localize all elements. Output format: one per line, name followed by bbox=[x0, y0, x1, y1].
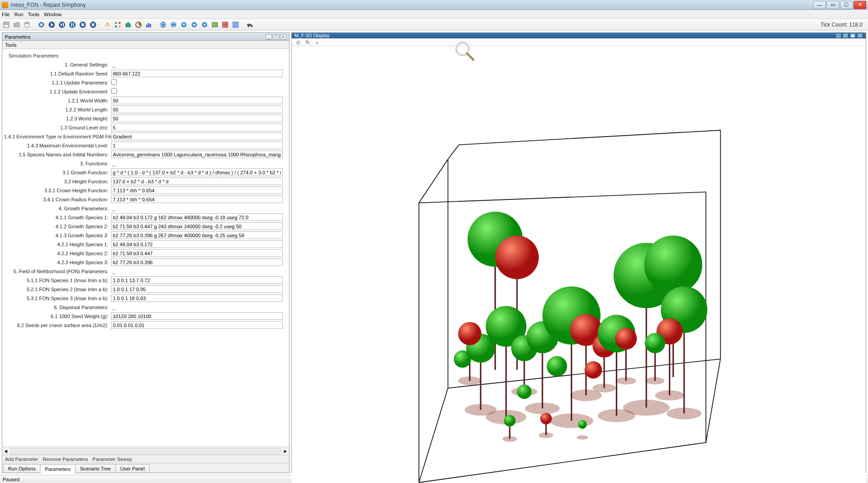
param-input[interactable] bbox=[111, 115, 283, 122]
param-input[interactable] bbox=[111, 276, 283, 284]
menu-file[interactable]: File bbox=[2, 12, 10, 17]
param-value[interactable] bbox=[111, 97, 283, 104]
param-input[interactable] bbox=[111, 177, 283, 185]
close-button[interactable]: ✕ bbox=[854, 1, 866, 9]
param-value[interactable] bbox=[111, 285, 283, 293]
param-input[interactable] bbox=[111, 213, 283, 221]
save-icon[interactable] bbox=[2, 20, 11, 29]
minimize-button[interactable]: — bbox=[813, 1, 826, 9]
param-value[interactable] bbox=[111, 249, 283, 257]
param-value[interactable] bbox=[111, 168, 283, 176]
horizontal-scrollbar[interactable]: ◄ ► bbox=[2, 447, 289, 455]
param-value[interactable] bbox=[111, 124, 283, 131]
parameter-sweep-link[interactable]: Parameter Sweep bbox=[93, 456, 132, 462]
reset-icon[interactable] bbox=[89, 20, 98, 29]
param-input[interactable] bbox=[111, 124, 283, 131]
param-value[interactable] bbox=[111, 115, 283, 122]
data-set-icon[interactable] bbox=[113, 20, 122, 29]
histogram-icon[interactable] bbox=[144, 20, 153, 29]
param-input[interactable] bbox=[111, 294, 283, 302]
param-input[interactable] bbox=[111, 142, 283, 149]
param-value[interactable] bbox=[111, 79, 283, 86]
image-icon[interactable] bbox=[210, 20, 219, 29]
param-value[interactable] bbox=[111, 312, 283, 320]
param-value[interactable] bbox=[111, 294, 283, 302]
camera-icon[interactable]: ⎙ bbox=[294, 39, 302, 46]
remove-parameters-link[interactable]: Remove Parameters bbox=[43, 456, 88, 462]
menu-tools[interactable]: Tools bbox=[28, 12, 40, 17]
tab-run-options[interactable]: Run Options bbox=[3, 464, 40, 473]
param-input[interactable] bbox=[111, 231, 283, 239]
scroll-left-icon[interactable]: ◄ bbox=[2, 448, 9, 454]
param-input[interactable] bbox=[111, 186, 283, 194]
param-value[interactable] bbox=[111, 195, 283, 203]
param-value[interactable] bbox=[111, 186, 283, 194]
scroll-right-icon[interactable]: ► bbox=[282, 448, 289, 454]
param-value[interactable] bbox=[111, 151, 283, 158]
param-input[interactable] bbox=[111, 258, 283, 266]
param-input[interactable] bbox=[111, 168, 283, 176]
tab-scenario-tree[interactable]: Scenario Tree bbox=[75, 464, 116, 473]
param-value[interactable] bbox=[111, 240, 283, 248]
net-icon[interactable] bbox=[190, 20, 199, 29]
display-close-icon[interactable]: × bbox=[857, 33, 863, 38]
agent-icon[interactable] bbox=[231, 20, 240, 29]
param-input[interactable] bbox=[111, 151, 283, 158]
param-value[interactable] bbox=[111, 133, 283, 140]
menu-run[interactable]: Run bbox=[14, 12, 23, 17]
panel-maximize-icon[interactable]: □ bbox=[273, 34, 279, 40]
parameters-scroll[interactable]: Simulation Parameters 1. General Setting… bbox=[2, 49, 289, 447]
maximize-button[interactable]: ☐ bbox=[840, 1, 853, 9]
tab-user-panel[interactable]: User Panel bbox=[116, 464, 150, 473]
param-value[interactable] bbox=[111, 276, 283, 284]
param-checkbox[interactable] bbox=[111, 88, 117, 94]
step-icon[interactable] bbox=[58, 20, 67, 29]
display-detach-icon[interactable]: ▣ bbox=[850, 33, 856, 38]
param-value[interactable] bbox=[111, 258, 283, 266]
world-icon[interactable] bbox=[169, 20, 178, 29]
param-value[interactable] bbox=[111, 70, 283, 77]
home-icon[interactable]: ⌂ bbox=[313, 39, 320, 46]
param-value[interactable] bbox=[111, 231, 283, 239]
grid-icon[interactable] bbox=[221, 20, 230, 29]
truck-icon[interactable] bbox=[245, 20, 254, 29]
param-input[interactable] bbox=[111, 312, 283, 320]
param-value[interactable] bbox=[111, 222, 283, 230]
database-icon[interactable] bbox=[22, 20, 31, 29]
param-input[interactable] bbox=[111, 321, 283, 329]
add-parameter-link[interactable]: Add Parameter bbox=[5, 456, 38, 462]
param-input[interactable] bbox=[111, 133, 283, 140]
display-maximize-icon[interactable]: □ bbox=[842, 33, 849, 38]
param-checkbox[interactable] bbox=[111, 79, 117, 85]
menu-window[interactable]: Window bbox=[44, 12, 62, 17]
text-sink-icon[interactable] bbox=[124, 20, 133, 29]
tab-parameters[interactable]: Parameters bbox=[40, 465, 76, 474]
param-value[interactable] bbox=[111, 321, 283, 329]
pause-icon[interactable] bbox=[68, 20, 77, 29]
param-input[interactable] bbox=[111, 249, 283, 257]
param-input[interactable] bbox=[111, 106, 283, 113]
param-value[interactable] bbox=[111, 213, 283, 221]
tools-label[interactable]: Tools bbox=[2, 41, 289, 49]
cloud-icon[interactable] bbox=[200, 20, 209, 29]
param-value[interactable] bbox=[111, 142, 283, 149]
stop-icon[interactable] bbox=[78, 20, 87, 29]
chart-icon[interactable] bbox=[134, 20, 143, 29]
refresh-icon[interactable]: ↻ bbox=[304, 39, 311, 46]
panel-close-icon[interactable]: × bbox=[280, 34, 286, 40]
open-icon[interactable] bbox=[12, 20, 21, 29]
param-value[interactable] bbox=[111, 177, 283, 185]
chart-wizard-icon[interactable] bbox=[103, 20, 112, 29]
param-value[interactable] bbox=[111, 88, 283, 95]
restore-button[interactable]: ▭ bbox=[827, 1, 839, 9]
param-value[interactable] bbox=[111, 106, 283, 113]
play-icon[interactable] bbox=[47, 20, 56, 29]
param-input[interactable] bbox=[111, 195, 283, 203]
display-minimize-icon[interactable]: _ bbox=[835, 33, 841, 38]
panel-minimize-icon[interactable]: _ bbox=[266, 34, 272, 40]
param-input[interactable] bbox=[111, 70, 283, 77]
param-input[interactable] bbox=[111, 240, 283, 248]
param-input[interactable] bbox=[111, 222, 283, 230]
3d-viewport[interactable] bbox=[292, 46, 866, 483]
param-input[interactable] bbox=[111, 285, 283, 293]
